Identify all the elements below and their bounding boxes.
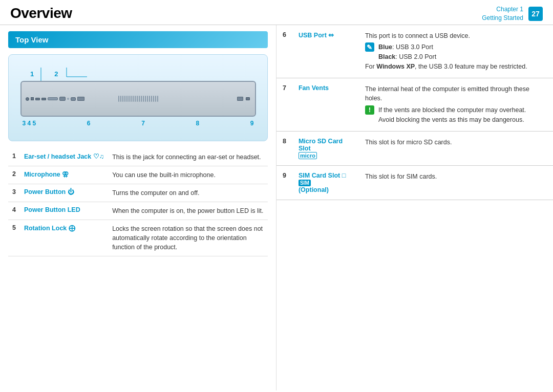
port-wide	[48, 97, 58, 100]
vent	[137, 96, 138, 102]
right-num-6: 6	[276, 25, 292, 78]
item-num-1: 1	[8, 148, 20, 166]
item-label-2: Microphone ⚢	[20, 166, 108, 184]
right-items-table: 6 USB Port ⇔ This port is to connect a U…	[276, 25, 553, 200]
right-label-9: SIM Card Slot □ SIM (Optional)	[292, 165, 359, 200]
page-header: Overview Chapter 1 Getting Started 27	[0, 0, 553, 25]
port-usb2	[41, 98, 46, 100]
vent	[135, 96, 136, 102]
section-title: Top View	[8, 31, 268, 48]
port-mic	[31, 97, 34, 100]
pencil-icon: ✎	[365, 42, 374, 52]
right-num-7: 7	[276, 78, 292, 131]
vent	[145, 96, 146, 102]
right-label-8: Micro SD Card Slot micro	[292, 131, 359, 165]
micro-sd-icon: micro	[299, 152, 317, 159]
vent	[133, 96, 134, 102]
item-label-4: Power Button LED	[20, 202, 108, 220]
right-desc-7: The internal heat of the computer is emi…	[359, 78, 553, 131]
note-text-6b: For Windows XP, the USB 3.0 feature may …	[365, 63, 527, 70]
page-title: Overview	[10, 5, 72, 21]
item-label-1: Ear-set / headset Jack ♡♫	[20, 148, 108, 166]
bottom-label-8: 8	[196, 120, 199, 127]
chapter-info: Chapter 1 Getting Started 27	[482, 5, 543, 23]
bottom-label-345: 3 4 5	[23, 120, 36, 127]
right-num-8: 8	[276, 131, 292, 165]
item-desc-2: You can use the built-in microphone.	[108, 166, 268, 184]
item-num-5: 5	[8, 220, 20, 256]
laptop-top-view	[20, 81, 256, 117]
chapter-sub: Getting Started	[482, 14, 523, 23]
table-row: 5 Rotation Lock ⨁ Locks the screen rotat…	[8, 220, 268, 256]
vent	[149, 96, 150, 102]
left-panel: Top View 1 2	[0, 25, 276, 390]
right-panel: 6 USB Port ⇔ This port is to connect a U…	[276, 25, 553, 390]
laptop-ports-right	[237, 97, 250, 101]
table-row: 3 Power Button ⏻ Turns the computer on a…	[8, 184, 268, 202]
table-row: 2 Microphone ⚢ You can use the built-in …	[8, 166, 268, 184]
right-label-7: Fan Vents	[292, 78, 359, 131]
rotation-lock-visual	[71, 97, 76, 101]
vent	[143, 96, 144, 102]
note-text-7: If the vents are blocked the computer ma…	[378, 105, 526, 125]
item-desc-4: When the computer is on, the power butto…	[108, 202, 268, 220]
laptop-vents	[87, 96, 189, 102]
vent	[124, 96, 125, 102]
vent	[147, 96, 148, 102]
sim-badge: SIM	[299, 180, 311, 186]
left-items-table: 1 Ear-set / headset Jack ♡♫ This is the …	[8, 148, 268, 257]
bottom-label-9: 9	[250, 120, 254, 127]
chapter-label: Chapter 1	[482, 5, 523, 14]
vent	[139, 96, 140, 102]
warning-icon: !	[365, 105, 374, 115]
bottom-label-7: 7	[141, 120, 145, 127]
power-btn-visual	[59, 97, 66, 101]
item-desc-5: Locks the screen rotation so that the sc…	[108, 220, 268, 256]
port-usb3	[77, 97, 84, 101]
vent	[131, 96, 132, 102]
vent	[120, 96, 121, 102]
table-row: 9 SIM Card Slot □ SIM (Optional) This sl…	[276, 165, 553, 200]
diagram-bottom-labels: 3 4 5 6 7 8 9	[20, 120, 256, 127]
right-num-9: 9	[276, 165, 292, 200]
port-usb1	[35, 98, 40, 100]
vent	[129, 96, 130, 102]
right-desc-9: This slot is for SIM cards.	[359, 165, 553, 200]
vent	[151, 96, 152, 102]
item-num-2: 2	[8, 166, 20, 184]
vent	[157, 96, 158, 102]
item-num-4: 4	[8, 202, 20, 220]
port-sim	[246, 97, 250, 100]
main-content: Top View 1 2	[0, 25, 553, 390]
table-row: 4 Power Button LED When the computer is …	[8, 202, 268, 220]
table-row: 8 Micro SD Card Slot micro This slot is …	[276, 131, 553, 165]
vent	[122, 96, 123, 102]
diagram-box: 1 2	[8, 54, 268, 141]
led-visual	[67, 98, 69, 100]
table-row: 7 Fan Vents The internal heat of the com…	[276, 78, 553, 131]
laptop-ports-left	[26, 97, 84, 101]
note-warning-7: ! If the vents are blocked the computer …	[365, 105, 547, 125]
table-row: 1 Ear-set / headset Jack ♡♫ This is the …	[8, 148, 268, 166]
item-num-3: 3	[8, 184, 20, 202]
note-pencil-6: ✎ Blue: USB 3.0 PortBlack: USB 2.0 Port	[365, 42, 547, 62]
right-label-6: USB Port ⇔	[292, 25, 359, 78]
vent	[118, 96, 119, 102]
item-desc-1: This is the jack for connecting an ear-s…	[108, 148, 268, 166]
port-headset	[26, 97, 29, 101]
port-sd	[237, 97, 243, 101]
item-desc-3: Turns the computer on and off.	[108, 184, 268, 202]
vent	[141, 96, 142, 102]
vent	[153, 96, 154, 102]
right-desc-8: This slot is for micro SD cards.	[359, 131, 553, 165]
vent	[126, 96, 127, 102]
item-label-3: Power Button ⏻	[20, 184, 108, 202]
note-text-6a: Blue: USB 3.0 PortBlack: USB 2.0 Port	[378, 42, 436, 62]
item-label-5: Rotation Lock ⨁	[20, 220, 108, 256]
chapter-num: 27	[528, 7, 543, 21]
right-desc-6: This port is to connect a USB device. ✎ …	[359, 25, 553, 78]
bottom-label-6: 6	[87, 120, 91, 127]
table-row: 6 USB Port ⇔ This port is to connect a U…	[276, 25, 553, 78]
vent	[155, 96, 156, 102]
